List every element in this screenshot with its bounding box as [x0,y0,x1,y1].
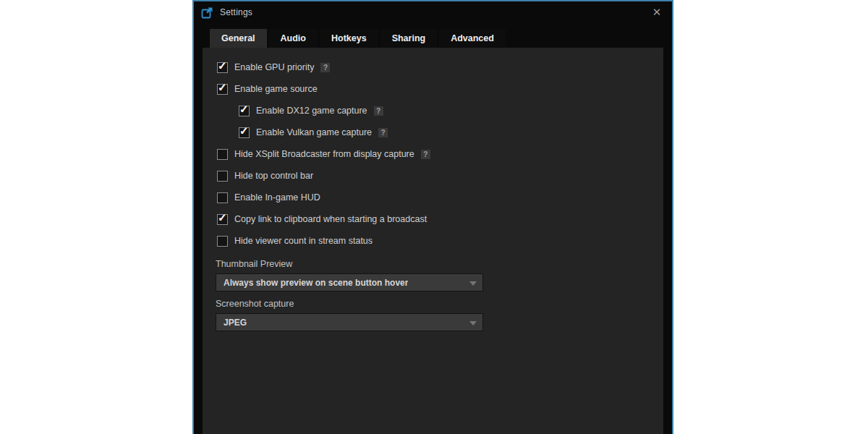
tab-general[interactable]: General [210,29,267,48]
dropdown-selected-value: Always show preview on scene button hove… [224,278,408,288]
checkbox-row-copy-link-to-clipboard[interactable]: ✓ Copy link to clipboard when starting a… [203,208,663,230]
tab-audio[interactable]: Audio [269,29,318,48]
checkbox[interactable]: ✓ [217,62,228,73]
checkbox-row-enable-gpu-priority[interactable]: ✓ Enable GPU priority ? [203,56,663,78]
checkmark-icon: ✓ [218,212,227,223]
tab-hotkeys[interactable]: Hotkeys [320,29,378,48]
checkbox[interactable]: ✓ [217,214,228,225]
settings-tabbar: General Audio Hotkeys Sharing Advanced [210,29,663,48]
checkbox-label: Enable GPU priority [234,62,314,72]
checkbox-row-enable-in-game-hud[interactable]: ✓ Enable In-game HUD ? [203,187,663,208]
help-icon[interactable]: ? [421,150,430,159]
checkbox-label: Copy link to clipboard when starting a b… [234,214,427,224]
checkmark-icon: ✓ [218,60,227,71]
window-title: Settings [220,7,252,17]
checkbox-row-enable-vulkan-game-capture[interactable]: ✓ Enable Vulkan game capture ? [203,122,663,143]
tab-advanced[interactable]: Advanced [439,29,506,48]
checkbox-row-hide-top-control-bar[interactable]: ✓ Hide top control bar ? [203,165,663,187]
screenshot-capture-label: Screenshot capture [216,299,663,309]
settings-dialog: Settings ✕ General Audio Hotkeys Sharing… [192,0,673,434]
checkbox[interactable]: ✓ [239,127,250,138]
general-tab-panel: ✓ Enable GPU priority ? ✓ Enable game so… [203,48,663,434]
checkmark-icon: ✓ [239,125,249,136]
checkbox-label: Hide top control bar [234,171,313,181]
help-icon[interactable]: ? [320,63,330,72]
chevron-down-icon [469,321,477,326]
chevron-down-icon [469,281,477,286]
checkbox-row-enable-dx12-game-capture[interactable]: ✓ Enable DX12 game capture ? [203,100,663,122]
checkbox-row-enable-game-source[interactable]: ✓ Enable game source ? [203,78,663,100]
close-icon[interactable]: ✕ [649,4,665,20]
checkbox[interactable]: ✓ [217,84,228,95]
help-icon[interactable]: ? [378,128,388,137]
checkbox-row-hide-xsplit-from-display-capture[interactable]: ✓ Hide XSplit Broadcaster from display c… [203,143,663,165]
checkbox-label: Enable game source [234,84,318,94]
checkbox-label: Enable In-game HUD [234,192,320,203]
tab-sharing[interactable]: Sharing [380,29,438,48]
checkbox-label: Enable Vulkan game capture [256,127,372,137]
thumbnail-preview-label: Thumbnail Preview [216,259,663,269]
checkbox-label: Hide viewer count in stream status [234,236,373,246]
checkmark-icon: ✓ [218,82,227,93]
checkbox-row-hide-viewer-count[interactable]: ✓ Hide viewer count in stream status ? [203,230,663,252]
dropdown-selected-value: JPEG [224,318,247,328]
xsplit-logo-icon [201,7,213,19]
checkbox[interactable]: ✓ [239,106,250,116]
checkbox[interactable]: ✓ [217,149,228,160]
checkbox-label: Enable DX12 game capture [256,106,367,116]
thumbnail-preview-dropdown[interactable]: Always show preview on scene button hove… [216,273,483,292]
checkbox[interactable]: ✓ [217,192,228,203]
screenshot-capture-dropdown[interactable]: JPEG [216,313,483,331]
checkbox-label: Hide XSplit Broadcaster from display cap… [234,149,414,159]
title-bar[interactable]: Settings ✕ [194,1,672,23]
checkmark-icon: ✓ [239,103,249,114]
checkbox[interactable]: ✓ [217,236,228,247]
help-icon[interactable]: ? [374,106,383,116]
checkbox[interactable]: ✓ [217,171,228,182]
